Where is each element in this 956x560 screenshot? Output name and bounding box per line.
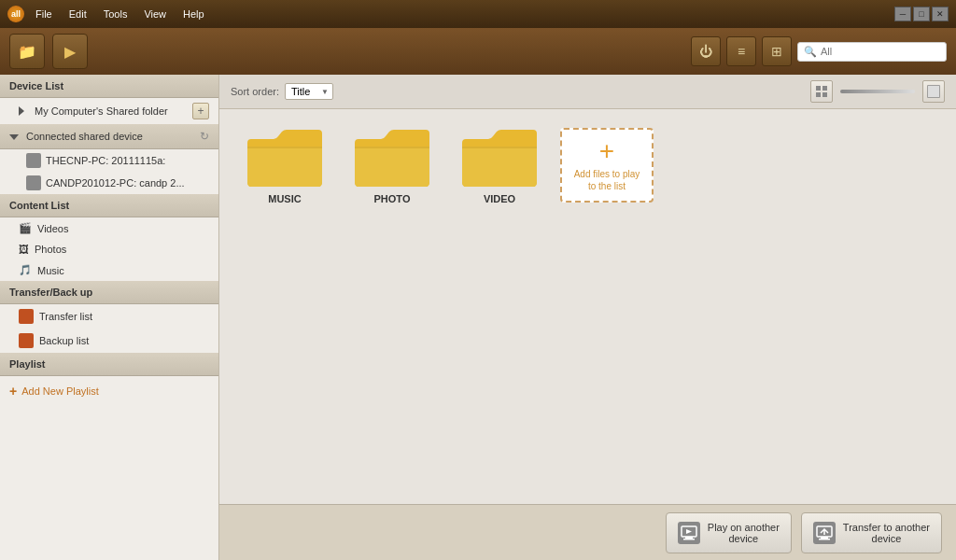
device-list-header: Device List bbox=[0, 75, 218, 98]
backup-list-icon bbox=[19, 333, 34, 348]
add-plus-icon: + bbox=[599, 138, 614, 164]
sort-select-wrapper[interactable]: Title Date Size bbox=[285, 83, 333, 100]
thumbnail-small-icon bbox=[815, 85, 828, 98]
folder-video[interactable]: VIDEO bbox=[453, 128, 546, 204]
sort-label: Sort order: bbox=[231, 86, 279, 97]
sidebar-item-shared-folder[interactable]: My Computer's Shared folder + bbox=[0, 98, 218, 124]
menu-view[interactable]: View bbox=[140, 7, 170, 21]
search-box[interactable]: 🔍 bbox=[797, 42, 947, 62]
folder-photo-icon bbox=[355, 128, 429, 189]
minimize-button[interactable]: ─ bbox=[894, 7, 911, 21]
folder-music[interactable]: MUSIC bbox=[238, 128, 331, 204]
thumbnail-large-icon bbox=[927, 85, 940, 98]
sort-bar: Sort order: Title Date Size bbox=[219, 75, 956, 109]
sidebar-item-backup-list[interactable]: Backup list bbox=[0, 329, 218, 353]
collapse-icon bbox=[9, 134, 19, 140]
plus-icon: + bbox=[9, 384, 17, 399]
close-button[interactable]: ✕ bbox=[932, 7, 949, 21]
sidebar-item-videos[interactable]: 🎬 Videos bbox=[0, 217, 218, 239]
playlist-header: Playlist bbox=[0, 353, 218, 376]
content-list-header: Content List bbox=[0, 194, 218, 217]
sidebar-item-transfer-list[interactable]: Transfer list bbox=[0, 304, 218, 329]
grid-icon: ⊞ bbox=[771, 44, 782, 59]
sidebar: Device List My Computer's Shared folder … bbox=[0, 75, 219, 560]
thumbnail-large-button[interactable] bbox=[922, 80, 945, 103]
add-files-card[interactable]: + Add files to playto the list bbox=[560, 128, 654, 203]
file-grid: MUSIC PHOTO VIDEO bbox=[219, 109, 956, 504]
transfer-header: Transfer/Back up bbox=[0, 281, 218, 304]
add-files-item[interactable]: + Add files to playto the list bbox=[560, 128, 654, 204]
main-layout: Device List My Computer's Shared folder … bbox=[0, 75, 956, 560]
svg-rect-3 bbox=[822, 92, 827, 97]
device-icon bbox=[26, 175, 41, 190]
sidebar-item-music[interactable]: 🎵 Music bbox=[0, 259, 218, 281]
power-button[interactable]: ⏻ bbox=[691, 36, 721, 66]
svg-rect-8 bbox=[683, 539, 695, 540]
window-controls: ─ □ ✕ bbox=[894, 7, 949, 21]
photo-icon: 🖼 bbox=[19, 244, 29, 255]
add-files-label: Add files to playto the list bbox=[574, 168, 640, 192]
play-device-icon bbox=[678, 522, 700, 544]
grid-view-button[interactable]: ⊞ bbox=[762, 36, 792, 66]
play-button[interactable]: ▶ bbox=[52, 34, 88, 69]
expand-icon bbox=[19, 106, 24, 116]
svg-rect-7 bbox=[685, 537, 693, 539]
bottom-bar: Play on another device Transfer to anoth… bbox=[219, 504, 956, 560]
device-icon bbox=[26, 153, 41, 168]
play-icon: ▶ bbox=[64, 43, 76, 61]
svg-rect-0 bbox=[816, 86, 821, 91]
view-controls bbox=[810, 80, 945, 103]
menu-file[interactable]: File bbox=[32, 7, 56, 21]
transfer-another-device-button[interactable]: Transfer to another device bbox=[801, 512, 942, 553]
refresh-icon[interactable]: ↻ bbox=[200, 130, 209, 143]
svg-rect-2 bbox=[816, 92, 821, 97]
connected-device-header: Connected shared device ↻ bbox=[0, 124, 218, 149]
add-shared-folder-button[interactable]: + bbox=[192, 103, 209, 119]
add-playlist-button[interactable]: + Add New Playlist bbox=[9, 384, 209, 399]
menu-help[interactable]: Help bbox=[179, 7, 208, 21]
svg-marker-9 bbox=[686, 529, 692, 534]
transfer-list-icon bbox=[19, 309, 34, 324]
play-another-device-button[interactable]: Play on another device bbox=[666, 512, 792, 553]
thumbnail-size-slider[interactable] bbox=[840, 90, 915, 93]
music-icon: 🎵 bbox=[19, 264, 32, 276]
svg-rect-1 bbox=[822, 86, 827, 91]
thumbnail-small-button[interactable] bbox=[810, 80, 833, 103]
maximize-button[interactable]: □ bbox=[913, 7, 930, 21]
toolbar: 📁 ▶ ⏻ ≡ ⊞ 🔍 bbox=[0, 28, 956, 75]
video-icon: 🎬 bbox=[19, 222, 32, 234]
folder-video-icon bbox=[462, 128, 537, 189]
folder-icon: 📁 bbox=[18, 43, 36, 61]
search-input[interactable] bbox=[821, 46, 940, 57]
folder-photo[interactable]: PHOTO bbox=[345, 128, 439, 204]
device-item-candp[interactable]: CANDP201012-PC: candp 2... bbox=[0, 172, 218, 194]
search-icon: 🔍 bbox=[804, 46, 817, 58]
content-area: Sort order: Title Date Size bbox=[219, 75, 956, 560]
sort-select[interactable]: Title Date Size bbox=[285, 83, 333, 100]
power-icon: ⏻ bbox=[699, 44, 712, 59]
device-item-thecnp[interactable]: THECNP-PC: 20111115a: bbox=[0, 149, 218, 172]
svg-rect-12 bbox=[819, 539, 830, 540]
svg-rect-5 bbox=[928, 86, 939, 97]
folder-music-icon bbox=[247, 128, 322, 189]
title-bar: all File Edit Tools View Help ─ □ ✕ bbox=[0, 0, 956, 28]
sidebar-item-photos[interactable]: 🖼 Photos bbox=[0, 239, 218, 259]
transfer-device-icon bbox=[813, 522, 836, 544]
svg-rect-11 bbox=[821, 537, 828, 539]
menu-bar: File Edit Tools View Help bbox=[32, 7, 894, 21]
menu-edit[interactable]: Edit bbox=[65, 7, 91, 21]
list-view-button[interactable]: ≡ bbox=[726, 36, 756, 66]
list-icon: ≡ bbox=[738, 44, 745, 59]
app-logo: all bbox=[7, 6, 24, 22]
menu-tools[interactable]: Tools bbox=[100, 7, 132, 21]
folder-button[interactable]: 📁 bbox=[9, 34, 45, 69]
